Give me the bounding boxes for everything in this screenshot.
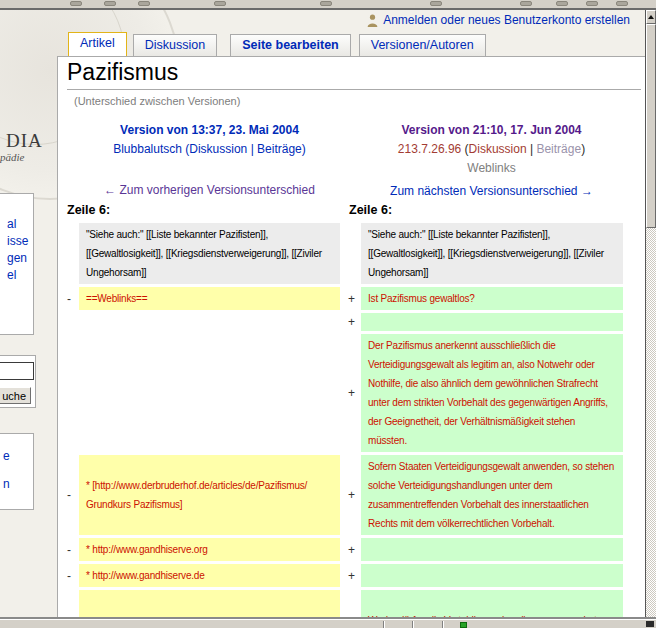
toolbar-icon bbox=[104, 1, 116, 6]
sidebar-link-fragment[interactable]: al bbox=[0, 216, 33, 233]
login-link[interactable]: Anmelden oder neues Benutzerkonto erstel… bbox=[383, 13, 630, 27]
vertical-scrollbar[interactable] bbox=[645, 10, 656, 620]
scrollbar-thumb[interactable] bbox=[646, 24, 656, 228]
separator: | bbox=[247, 142, 257, 156]
diff-marker-del: - bbox=[67, 538, 79, 561]
diff-marker-add: + bbox=[348, 564, 361, 587]
page-title: Pazifismus bbox=[67, 59, 641, 90]
wiki-page: DIA pädie Anmelden oder neues Benutzerko… bbox=[0, 10, 656, 620]
toolbar-icon bbox=[430, 1, 442, 6]
edit-summary: Weblinks bbox=[361, 159, 622, 178]
tab-diskussion[interactable]: Diskussion bbox=[133, 34, 217, 56]
diff-marker-del: - bbox=[67, 287, 79, 310]
previous-diff-link[interactable]: ← Zum vorherigen Versionsunterschied bbox=[104, 183, 315, 197]
diff-cell-context: "Siehe auch:" [[Liste bekannter Pazifist… bbox=[361, 223, 623, 284]
diff-cell-add: Sofern Staaten Verteidigungsgewalt anwen… bbox=[361, 455, 623, 535]
status-icon bbox=[460, 622, 467, 628]
statusbar-divider bbox=[383, 621, 385, 628]
old-user-contribs-link[interactable]: Beiträge bbox=[257, 142, 302, 156]
browser-window: DIA pädie Anmelden oder neues Benutzerko… bbox=[0, 0, 656, 628]
paren: ) bbox=[581, 142, 585, 156]
resize-handle[interactable] bbox=[646, 621, 654, 627]
diff-marker bbox=[67, 590, 79, 620]
diff-marker bbox=[348, 590, 361, 620]
diff-cell-del: ==Weblinks== bbox=[79, 287, 340, 310]
next-diff-link[interactable]: Zum nächsten Versionsunterschied → bbox=[390, 184, 593, 198]
diff-marker-add: + bbox=[348, 287, 361, 310]
tab-versionen-autoren[interactable]: Versionen/Autoren bbox=[359, 34, 486, 56]
toolbar-icon bbox=[586, 1, 598, 6]
statusbar-divider bbox=[442, 621, 444, 628]
diff-marker-del: - bbox=[67, 564, 79, 587]
sidebar-navigation-box: al isse gen el bbox=[0, 193, 34, 335]
diff-cell-add: Ist Pazifismus gewaltlos? bbox=[361, 287, 623, 310]
scroll-up-icon bbox=[648, 15, 654, 19]
diff-cell-empty bbox=[79, 334, 340, 452]
old-version-link[interactable]: Version von 13:37, 23. Mai 2004 bbox=[120, 123, 299, 137]
user-icon bbox=[367, 14, 378, 27]
diff-marker-del: - bbox=[67, 455, 79, 535]
personal-bar: Anmelden oder neues Benutzerkonto erstel… bbox=[367, 13, 630, 27]
line-header-new: Zeile 6: bbox=[349, 203, 392, 217]
tab-seite-bearbeiten[interactable]: Seite bearbeiten bbox=[230, 34, 351, 56]
sidebar-link-fragment[interactable]: isse bbox=[0, 233, 33, 250]
ip-user-link[interactable]: 213.7.26.96 bbox=[398, 142, 461, 156]
diff-table: "Siehe auch:" [[Liste bekannter Pazifist… bbox=[67, 223, 637, 620]
old-user-link[interactable]: Blubbalutsch bbox=[113, 142, 182, 156]
paren: ) bbox=[302, 142, 306, 156]
ip-talk-link[interactable]: Diskussion bbox=[469, 142, 527, 156]
toolbar-icon bbox=[556, 1, 568, 6]
diff-cell-add bbox=[361, 564, 623, 587]
diff-marker bbox=[67, 334, 79, 452]
sidebar-search-box: uche bbox=[0, 355, 36, 408]
old-user-talk-link[interactable]: Diskussion bbox=[189, 142, 247, 156]
search-button[interactable]: uche bbox=[0, 387, 31, 404]
diff-cell-add: Der Pazifismus anerkennt ausschließlich … bbox=[361, 334, 623, 452]
sidebar-link-fragment[interactable]: el bbox=[0, 267, 33, 284]
paren: ( bbox=[461, 142, 468, 156]
diff-cell-del: * http://www.gandhiserve.de bbox=[79, 564, 340, 587]
toolbar-icon bbox=[616, 1, 628, 6]
wikipedia-logo-subtitle-fragment[interactable]: pädie bbox=[0, 151, 24, 163]
diff-marker bbox=[348, 223, 361, 284]
toolbar-icon bbox=[214, 1, 226, 6]
content-area: Pazifismus (Unterschied zwischen Version… bbox=[57, 56, 645, 620]
diff-cell-context: "Siehe auch:" [[Liste bekannter Pazifist… bbox=[79, 223, 340, 284]
diff-cell-del bbox=[79, 590, 340, 620]
diff-cell-empty bbox=[79, 313, 340, 331]
separator: | bbox=[527, 142, 537, 156]
toolbar-icon bbox=[520, 1, 532, 6]
diff-cell-del: * http://www.gandhiserve.org bbox=[79, 538, 340, 561]
diff-marker bbox=[67, 223, 79, 284]
search-input[interactable] bbox=[0, 362, 34, 380]
diff-cell-add bbox=[361, 313, 623, 331]
toolbar-icon bbox=[320, 1, 332, 6]
tab-artikel[interactable]: Artikel bbox=[68, 32, 127, 56]
status-bar bbox=[0, 619, 656, 628]
statusbar-divider bbox=[412, 621, 414, 628]
toolbox-link-fragment[interactable]: e bbox=[0, 442, 33, 470]
old-version-header: Version von 13:37, 23. Mai 2004 Blubbalu… bbox=[79, 121, 340, 200]
diff-marker bbox=[67, 313, 79, 331]
sidebar-link-fragment[interactable]: gen bbox=[0, 250, 33, 267]
wikipedia-logo-text-fragment[interactable]: DIA bbox=[6, 130, 43, 152]
new-version-header: Version von 21:10, 17. Jun 2004 213.7.26… bbox=[361, 121, 622, 201]
scroll-up-button[interactable] bbox=[646, 10, 656, 24]
line-header-old: Zeile 6: bbox=[67, 203, 110, 217]
toolbar-icon bbox=[70, 1, 82, 6]
sidebar-toolbox: e n bbox=[0, 433, 34, 510]
diff-marker-add: + bbox=[348, 334, 361, 452]
new-version-link[interactable]: Version von 21:10, 17. Jun 2004 bbox=[401, 123, 581, 137]
page-tabs: Artikel Diskussion Seite bearbeiten Vers… bbox=[68, 33, 486, 56]
new-version-user-line: 213.7.26.96 (Diskussion | Beiträge) bbox=[361, 140, 622, 159]
old-version-user-line: Blubbalutsch (Diskussion | Beiträge) bbox=[79, 140, 340, 159]
diff-cell-del: * [http://www.derbruderhof.de/articles/d… bbox=[79, 455, 340, 535]
diff-marker-add: + bbox=[348, 455, 361, 535]
ip-contribs-link[interactable]: Beiträge bbox=[536, 142, 581, 156]
toolbar-icon bbox=[138, 1, 150, 6]
browser-toolbar bbox=[0, 0, 656, 10]
toolbox-link-fragment[interactable]: n bbox=[0, 470, 33, 498]
diff-marker-add: + bbox=[348, 313, 361, 331]
diff-cell-add bbox=[361, 538, 623, 561]
diff-cell-add: Weder dürfen die Verteidigungshandlungen… bbox=[361, 590, 623, 620]
